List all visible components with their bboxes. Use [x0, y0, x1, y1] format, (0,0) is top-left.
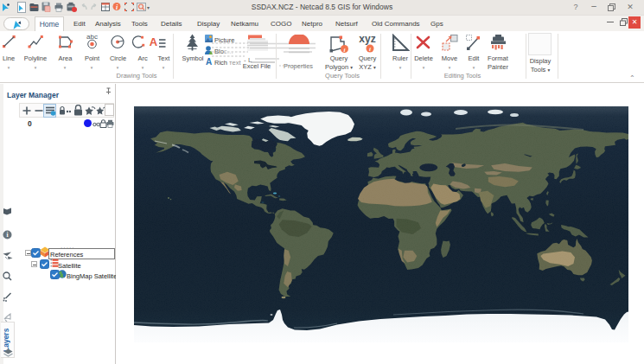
svg-text:xyz: xyz [359, 34, 375, 45]
svg-text:i: i [344, 47, 346, 54]
svg-text:i: i [6, 231, 8, 239]
svg-text:A: A [150, 35, 158, 48]
svg-text:i: i [369, 46, 371, 53]
svg-text:abc: abc [86, 33, 98, 41]
